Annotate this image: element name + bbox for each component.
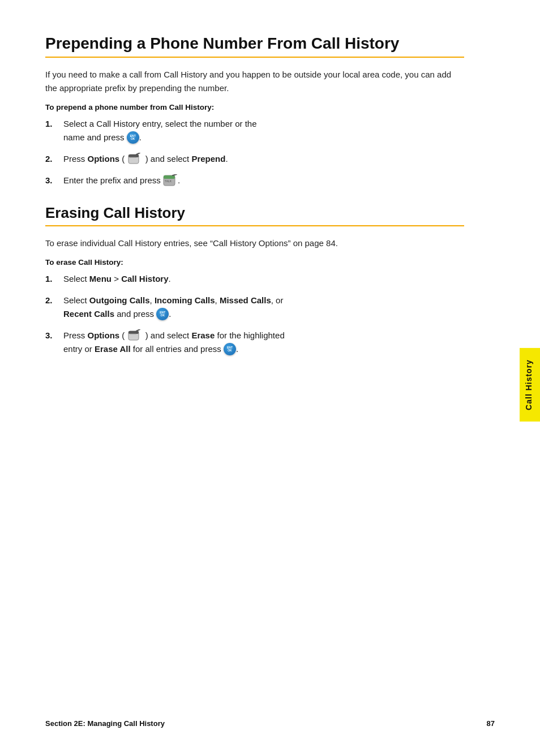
page-content: Prepending a Phone Number From Call Hist… xyxy=(0,0,509,407)
step-3-content: Enter the prefix and press TALK . xyxy=(63,174,464,187)
section1-divider xyxy=(45,57,464,58)
ok-button-icon-3: ENTOK xyxy=(224,343,236,355)
steps-list-1: 1. Select a Call History entry, select t… xyxy=(45,117,464,187)
talk-button-icon-1: TALK xyxy=(163,174,178,187)
step-num-1: 1. xyxy=(45,117,63,131)
footer-right: 87 xyxy=(487,719,495,728)
erase-all-bold: Erase All xyxy=(95,344,131,354)
call-history-bold: Call History xyxy=(121,274,168,284)
step-2-prepend: 2. Press Options ( ) and xyxy=(45,152,464,166)
section2-divider xyxy=(45,225,464,226)
svg-text:TALK: TALK xyxy=(165,179,172,183)
section1-intro: If you need to make a call from Call His… xyxy=(45,68,464,95)
options-button-icon-1 xyxy=(127,153,143,165)
recent-calls-bold: Recent Calls xyxy=(63,309,114,319)
steps-list-2: 1. Select Menu > Call History. 2. Select… xyxy=(45,272,464,356)
incoming-calls-bold: Incoming Calls xyxy=(155,295,215,305)
svg-rect-1 xyxy=(128,154,139,157)
outgoing-calls-bold: Outgoing Calls xyxy=(89,295,150,305)
section2: Erasing Call History To erase individual… xyxy=(45,204,464,356)
erase-step-3-content: Press Options ( ) and select Erase for t… xyxy=(63,329,464,356)
svg-line-2 xyxy=(136,153,140,154)
proc-label-1: To prepend a phone number from Call Hist… xyxy=(45,103,464,111)
menu-bold: Menu xyxy=(89,274,112,284)
svg-line-8 xyxy=(173,174,177,175)
step-num-2: 2. xyxy=(45,152,63,166)
footer: Section 2E: Managing Call History 87 xyxy=(45,719,495,728)
options-bold: Options xyxy=(88,154,120,164)
step-2-content: Press Options ( ) and select Prepend. xyxy=(63,152,464,166)
prepend-bold: Prepend xyxy=(191,154,225,164)
step-2-erase: 2. Select Outgoing Calls, Incoming Calls… xyxy=(45,294,464,321)
svg-line-12 xyxy=(136,329,140,331)
erase-step-2-content: Select Outgoing Calls, Incoming Calls, M… xyxy=(63,294,464,321)
side-tab: Call History xyxy=(520,348,540,422)
missed-calls-bold: Missed Calls xyxy=(220,295,271,305)
step-3-erase: 3. Press Options ( ) and select E xyxy=(45,329,464,356)
proc-label-2: To erase Call History: xyxy=(45,258,464,267)
erase-step-num-1: 1. xyxy=(45,272,63,286)
step-3-prepend: 3. Enter the prefix and press TALK . xyxy=(45,174,464,187)
step-1-content: Select a Call History entry, select the … xyxy=(63,117,464,144)
options-bold-2: Options xyxy=(88,330,120,340)
svg-rect-7 xyxy=(164,175,175,179)
step-1-erase: 1. Select Menu > Call History. xyxy=(45,272,464,286)
section2-intro: To erase individual Call History entries… xyxy=(45,237,464,250)
section1-title: Prepending a Phone Number From Call Hist… xyxy=(45,34,464,53)
erase-step-1-content: Select Menu > Call History. xyxy=(63,272,464,286)
erase-bold: Erase xyxy=(191,330,215,340)
ok-button-icon-1: ENTOK xyxy=(127,131,139,144)
svg-rect-11 xyxy=(128,331,139,334)
ok-button-icon-2: ENTOK xyxy=(156,308,169,320)
erase-step-num-3: 3. xyxy=(45,329,63,342)
step-1-prepend: 1. Select a Call History entry, select t… xyxy=(45,117,464,144)
section2-title: Erasing Call History xyxy=(45,204,464,222)
erase-step-num-2: 2. xyxy=(45,294,63,307)
footer-left: Section 2E: Managing Call History xyxy=(45,719,165,728)
options-button-icon-2 xyxy=(127,329,143,342)
step-num-3: 3. xyxy=(45,174,63,187)
